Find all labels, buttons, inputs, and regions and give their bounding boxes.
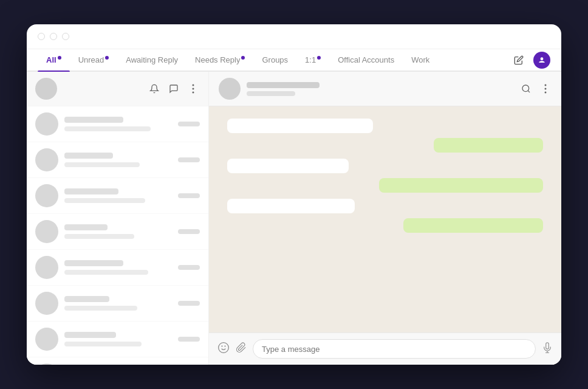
chat-name: [64, 153, 113, 159]
chat-info: [64, 153, 172, 167]
chat-info: [64, 188, 172, 203]
close-button[interactable]: [38, 33, 45, 40]
chat-info: [64, 296, 172, 311]
tab-official-accounts[interactable]: Offical Accounts: [329, 49, 403, 71]
sidebar-user-avatar[interactable]: [35, 78, 57, 100]
chat-name: [64, 296, 109, 302]
message-bubble: [227, 159, 349, 173]
message-group-3: [227, 199, 543, 233]
tab-needs-reply-label: Needs Reply: [195, 55, 240, 64]
tab-groups-label: Groups: [262, 55, 288, 64]
tab-awaiting-reply[interactable]: Awaiting Reply: [117, 49, 186, 71]
svg-point-6: [545, 88, 547, 90]
tabs-actions: [510, 52, 550, 69]
tab-all[interactable]: All: [38, 49, 70, 71]
list-item[interactable]: [27, 322, 208, 357]
tab-unread[interactable]: Unread: [70, 49, 118, 71]
more-icon[interactable]: [186, 82, 200, 95]
list-item[interactable]: [27, 214, 208, 250]
chat-preview: [64, 342, 142, 346]
chat-list: [27, 106, 208, 365]
tabs-list: All Unread Awaiting Reply Needs Reply Gr…: [38, 49, 510, 71]
tab-work[interactable]: Work: [403, 49, 438, 71]
tab-groups[interactable]: Groups: [253, 49, 296, 71]
message-input[interactable]: [253, 339, 536, 359]
chat-preview: [64, 234, 134, 239]
chat-header-info: [247, 82, 514, 96]
list-item[interactable]: [27, 178, 208, 214]
chat-meta: [178, 157, 200, 162]
tab-all-label: All: [46, 55, 56, 64]
chat-meta: [178, 337, 200, 342]
svg-point-3: [522, 85, 529, 92]
chat-time: [178, 265, 200, 270]
chat-meta: [178, 122, 200, 126]
tab-1-1-dot: [317, 56, 321, 60]
search-icon[interactable]: [520, 83, 532, 95]
tab-1-1[interactable]: 1:1: [296, 49, 329, 71]
list-item[interactable]: [27, 357, 208, 365]
user-avatar[interactable]: [533, 52, 550, 69]
maximize-button[interactable]: [62, 33, 69, 40]
chat-time: [178, 122, 200, 126]
svg-point-2: [193, 92, 194, 94]
chat-area: [209, 72, 561, 365]
avatar: [35, 220, 58, 243]
avatar: [35, 256, 58, 279]
chat-time: [178, 193, 200, 198]
tab-needs-reply[interactable]: Needs Reply: [186, 49, 253, 71]
list-item[interactable]: [27, 286, 208, 322]
svg-point-1: [193, 88, 194, 90]
avatar: [35, 184, 58, 207]
chat-header-avatar: [219, 78, 241, 100]
chat-name: [64, 188, 118, 194]
tab-1-1-label: 1:1: [305, 55, 316, 64]
minimize-button[interactable]: [50, 33, 57, 40]
message-group-2: [227, 159, 543, 193]
chat-meta: [178, 265, 200, 270]
svg-point-7: [545, 92, 547, 94]
message-bubble: [434, 138, 543, 153]
chat-name: [64, 260, 123, 266]
chat-meta: [178, 301, 200, 306]
message-group-1: [227, 119, 543, 153]
chat-time: [178, 229, 200, 234]
list-item[interactable]: [27, 142, 208, 178]
chat-preview: [64, 126, 151, 131]
tab-work-label: Work: [411, 55, 429, 64]
sidebar-header: [27, 72, 208, 106]
avatar: [35, 112, 58, 136]
chat-name: [64, 224, 108, 230]
tab-needs-reply-dot: [241, 56, 245, 60]
chat-contact-name: [247, 82, 320, 88]
message-bubble: [227, 199, 355, 213]
sidebar: [27, 72, 209, 365]
list-item[interactable]: [27, 250, 208, 286]
attach-icon[interactable]: [236, 342, 247, 356]
edit-icon[interactable]: [510, 52, 527, 69]
svg-point-0: [193, 84, 194, 86]
tab-unread-label: Unread: [78, 55, 104, 64]
more-options-icon[interactable]: [539, 83, 552, 95]
chat-preview: [64, 270, 148, 275]
notification-icon[interactable]: [148, 82, 161, 95]
chat-meta: [178, 193, 200, 198]
sidebar-icons: [148, 82, 200, 95]
tab-awaiting-reply-label: Awaiting Reply: [126, 55, 178, 64]
title-bar: [27, 24, 561, 49]
tab-official-accounts-label: Offical Accounts: [338, 55, 394, 64]
chat-preview: [64, 162, 140, 167]
emoji-icon[interactable]: [217, 342, 230, 357]
message-bubble: [227, 119, 373, 133]
list-item[interactable]: [27, 106, 208, 142]
app-window: All Unread Awaiting Reply Needs Reply Gr…: [27, 24, 561, 365]
mic-icon[interactable]: [542, 342, 553, 356]
chat-time: [178, 157, 200, 162]
chat-info: [64, 332, 172, 346]
chat-name: [64, 117, 123, 123]
avatar: [35, 148, 58, 171]
svg-line-4: [528, 91, 530, 92]
message-bubble: [379, 178, 543, 193]
chat-icon[interactable]: [167, 82, 180, 95]
chat-name: [64, 332, 116, 338]
